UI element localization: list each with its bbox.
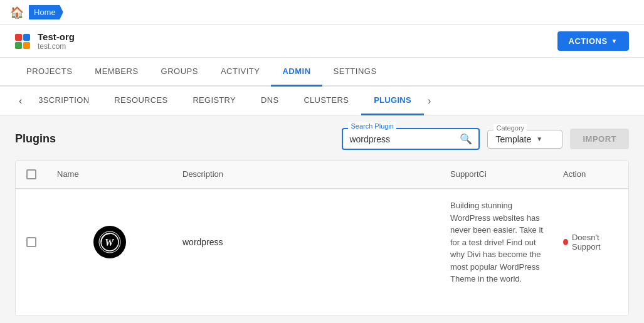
logo-cell-2 (23, 34, 30, 41)
actions-label: ACTIONS (569, 36, 608, 46)
nav-item-members[interactable]: MEMBERS (83, 58, 149, 87)
logo-cell-1 (15, 34, 22, 41)
top-bar: 🏠 Home (0, 0, 644, 25)
category-field: Category Template ▼ (487, 130, 562, 149)
home-breadcrumb[interactable]: Home (29, 5, 63, 19)
plugin-support: Doesn't Support (553, 223, 628, 262)
search-label: Search Plugin (348, 122, 396, 130)
nav-item-activity[interactable]: ACTIVITY (209, 58, 272, 87)
nav-item-settings[interactable]: SETTINGS (322, 58, 388, 87)
search-input[interactable] (349, 134, 460, 144)
org-name: Test-org (38, 31, 75, 42)
sub-nav-resources[interactable]: RESOURCES (102, 87, 180, 115)
org-details: Test-org test.com (38, 31, 75, 51)
category-value: Template (495, 134, 531, 144)
wordpress-icon: W (93, 226, 126, 258)
header-name: Name (47, 161, 172, 188)
search-field: Search Plugin 🔍 (342, 128, 480, 150)
sub-nav-dns[interactable]: DNS (248, 87, 291, 115)
svg-text:W: W (105, 237, 115, 248)
plugin-icon-cell: W (47, 218, 172, 266)
sub-nav: ‹ 3SCRIPTION RESOURCES REGISTRY DNS CLUS… (0, 87, 644, 115)
actions-button[interactable]: ACTIONS ▼ (557, 31, 629, 51)
header-action: Action (553, 161, 628, 188)
plugin-description: Building stunning WordPress websites has… (440, 189, 553, 295)
sub-nav-clusters[interactable]: CLUSTERS (291, 87, 361, 115)
nav-item-groups[interactable]: GROUPS (150, 58, 209, 87)
header-description: Description (172, 161, 440, 188)
header-support: SupportCi (440, 161, 553, 188)
logo-cell-3 (15, 42, 22, 49)
org-logo (15, 34, 30, 49)
category-dropdown[interactable]: Template ▼ (487, 130, 562, 149)
plugins-controls: Search Plugin 🔍 Category Template ▼ IMPO… (342, 128, 629, 150)
home-icon[interactable]: 🏠 (10, 6, 24, 19)
plugins-title: Plugins (15, 132, 56, 146)
plugin-name: wordpress (172, 227, 440, 257)
support-badge: Doesn't Support (563, 233, 618, 252)
import-button[interactable]: IMPORT (570, 129, 629, 149)
chevron-down-icon: ▼ (611, 38, 618, 45)
search-input-wrap: 🔍 (342, 128, 480, 150)
chevron-down-icon: ▼ (536, 135, 542, 142)
row-select-checkbox[interactable] (26, 237, 36, 247)
select-all-checkbox[interactable] (26, 169, 36, 179)
main-nav: PROJECTS MEMBERS GROUPS ACTIVITY ADMIN S… (0, 58, 644, 87)
row-checkbox (16, 227, 47, 257)
nav-item-admin[interactable]: ADMIN (271, 58, 322, 87)
org-info: Test-org test.com (15, 31, 75, 51)
sub-nav-prev-button[interactable]: ‹ (15, 95, 26, 107)
table-header: Name Description SupportCi Action (16, 161, 628, 189)
category-label: Category (494, 124, 527, 132)
sub-nav-registry[interactable]: REGISTRY (180, 87, 248, 115)
plugins-table: Name Description SupportCi Action W w (15, 160, 629, 316)
sub-nav-plugins[interactable]: PLUGINS (361, 87, 424, 115)
support-text: Doesn't Support (572, 233, 618, 252)
plugin-action (16, 295, 47, 315)
search-icon[interactable]: 🔍 (460, 133, 472, 145)
plugins-header: Plugins Search Plugin 🔍 Category Templat… (15, 128, 629, 150)
org-bar: Test-org test.com ACTIONS ▼ (0, 25, 644, 58)
org-domain: test.com (38, 42, 75, 51)
sub-nav-next-button[interactable]: › (424, 95, 435, 107)
table-row: W wordpress Building stunning WordPress … (16, 189, 628, 315)
content-area: Plugins Search Plugin 🔍 Category Templat… (0, 115, 644, 323)
sub-nav-description[interactable]: 3SCRIPTION (26, 87, 102, 115)
header-checkbox-col (16, 161, 47, 188)
support-status-dot (563, 239, 568, 245)
nav-item-projects[interactable]: PROJECTS (15, 58, 83, 87)
logo-cell-4 (23, 42, 30, 49)
